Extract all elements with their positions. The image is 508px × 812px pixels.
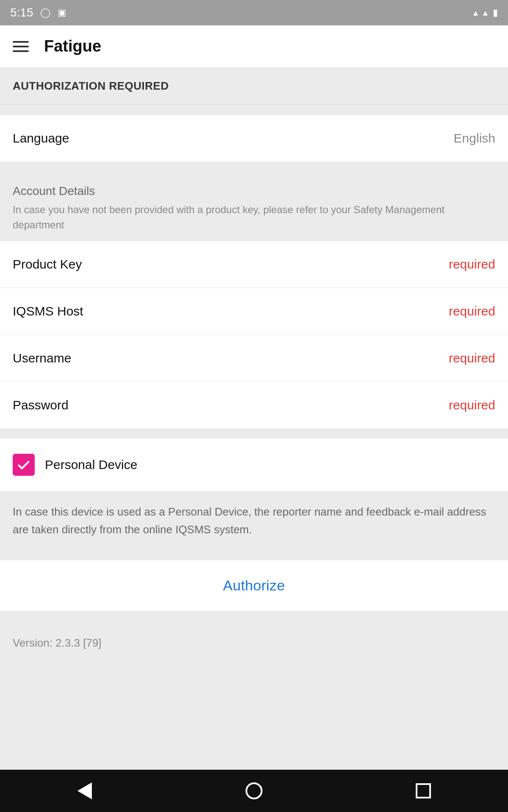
- iqsms-host-value: required: [449, 304, 495, 318]
- recents-button[interactable]: [406, 774, 440, 808]
- personal-device-checkbox[interactable]: [13, 454, 35, 476]
- menu-button[interactable]: [13, 41, 29, 52]
- language-value: English: [454, 131, 495, 145]
- gap-2: [0, 162, 508, 172]
- account-details-title: Account Details: [13, 184, 495, 198]
- status-bar: 5:15 ◯ ▣ ▴ ▴ ▮: [0, 0, 508, 25]
- gap-1: [0, 105, 508, 115]
- gap-4: [0, 550, 508, 560]
- password-label: Password: [13, 398, 69, 412]
- version-text: Version: 2.3.3 [79]: [13, 636, 102, 649]
- username-row[interactable]: Username required: [0, 335, 508, 382]
- personal-device-info: In case this device is used as a Persona…: [13, 505, 486, 536]
- language-label: Language: [13, 131, 69, 145]
- android-nav-bar: [0, 770, 508, 812]
- status-time: 5:15: [10, 6, 33, 19]
- personal-device-row[interactable]: Personal Device: [0, 439, 508, 491]
- app-title: Fatigue: [44, 37, 101, 55]
- home-button[interactable]: [237, 774, 271, 808]
- account-details-desc: In case you have not been provided with …: [13, 202, 495, 237]
- battery-icon: ▮: [493, 7, 498, 18]
- checkmark-icon: [17, 458, 31, 472]
- back-button[interactable]: [68, 774, 102, 808]
- iqsms-host-label: IQSMS Host: [13, 304, 83, 318]
- language-section: Language English: [0, 115, 508, 162]
- product-key-value: required: [449, 257, 495, 272]
- recents-icon: [416, 783, 431, 798]
- back-icon: [77, 782, 92, 799]
- gap-5: [0, 611, 508, 621]
- signal-icon: ▴: [483, 7, 488, 18]
- password-value: required: [449, 398, 495, 412]
- username-label: Username: [13, 351, 71, 365]
- version-section: Version: 2.3.3 [79]: [0, 621, 508, 770]
- auth-required-header: AUTHORIZATION REQUIRED: [0, 68, 508, 105]
- password-row[interactable]: Password required: [0, 382, 508, 428]
- wifi-icon: ▴: [473, 7, 478, 18]
- personal-device-info-section: In case this device is used as a Persona…: [0, 491, 508, 550]
- account-details-header: Account Details In case you have not bee…: [0, 172, 508, 241]
- pocket-icon: ◯: [40, 7, 51, 18]
- form-section: Product Key required IQSMS Host required…: [0, 241, 508, 428]
- product-key-row[interactable]: Product Key required: [0, 241, 508, 288]
- status-bar-left: 5:15 ◯ ▣: [10, 6, 66, 19]
- status-bar-right: ▴ ▴ ▮: [473, 7, 498, 18]
- product-key-label: Product Key: [13, 257, 82, 272]
- app-bar: Fatigue: [0, 25, 508, 68]
- language-row[interactable]: Language English: [0, 115, 508, 162]
- iqsms-host-row[interactable]: IQSMS Host required: [0, 288, 508, 335]
- sd-card-icon: ▣: [58, 7, 66, 18]
- gap-3: [0, 428, 508, 439]
- username-value: required: [449, 351, 495, 365]
- authorize-button[interactable]: Authorize: [223, 577, 285, 594]
- home-icon: [246, 782, 262, 799]
- auth-required-text: AUTHORIZATION REQUIRED: [13, 80, 169, 92]
- authorize-section: Authorize: [0, 560, 508, 611]
- personal-device-label: Personal Device: [45, 458, 137, 472]
